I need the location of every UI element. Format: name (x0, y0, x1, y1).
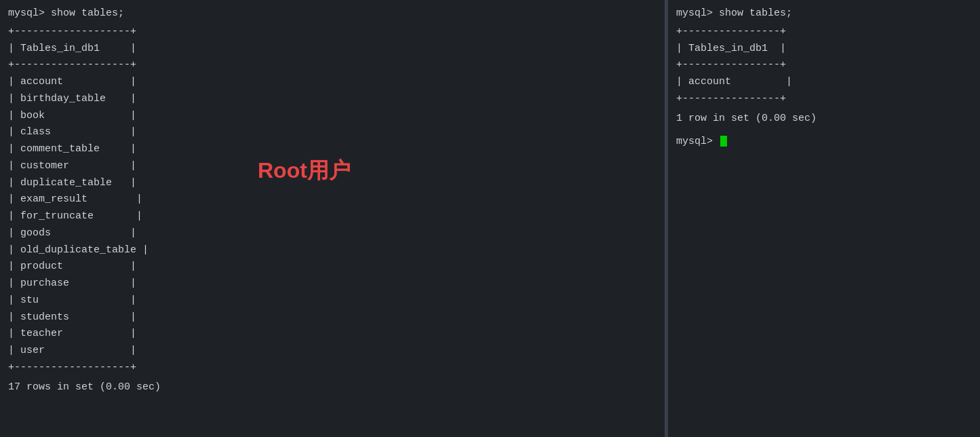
right-prompt2: mysql> (676, 134, 972, 151)
right-header: | Tables_in_db1 | (676, 41, 972, 58)
left-row-8: | for_truncate | (8, 208, 656, 225)
left-row-11: | product | (8, 259, 656, 276)
left-row-0: | account | (8, 74, 656, 91)
left-row-15: | teacher | (8, 326, 656, 343)
left-prompt: mysql> show tables; (8, 5, 656, 22)
left-row-1: | birthday_table | (8, 91, 656, 108)
left-row-9: | goods | (8, 225, 656, 242)
left-terminal: mysql> show tables; +-------------------… (0, 0, 665, 437)
left-border-bottom: +-------------------+ (8, 360, 656, 377)
left-border-mid: +-------------------+ (8, 57, 656, 74)
left-row-3: | class | (8, 124, 656, 141)
left-row-2: | book | (8, 108, 656, 125)
left-row-16: | user | (8, 343, 656, 360)
left-header: | Tables_in_db1 | (8, 41, 656, 58)
left-row-10: | old_duplicate_table | (8, 242, 656, 259)
left-result: 17 rows in set (0.00 sec) (8, 379, 656, 396)
left-row-14: | students | (8, 309, 656, 326)
left-row-4: | comment_table | (8, 141, 656, 158)
left-row-12: | purchase | (8, 276, 656, 292)
right-border-top: +----------------+ (676, 24, 972, 41)
left-row-13: | stu | (8, 292, 656, 309)
left-row-7: | exam_result | (8, 191, 656, 208)
right-border-mid: +----------------+ (676, 57, 972, 74)
right-terminal: mysql> show tables; +----------------+ |… (668, 0, 980, 437)
cursor (720, 136, 727, 147)
right-border-bottom: +----------------+ (676, 91, 972, 108)
left-row-6: | duplicate_table | (8, 175, 656, 192)
left-border-top: +-------------------+ (8, 24, 656, 41)
right-row-0: | account | (676, 74, 972, 91)
right-prompt: mysql> show tables; (676, 5, 972, 22)
right-result: 1 row in set (0.00 sec) (676, 111, 972, 128)
left-row-5: | customer | (8, 158, 656, 175)
